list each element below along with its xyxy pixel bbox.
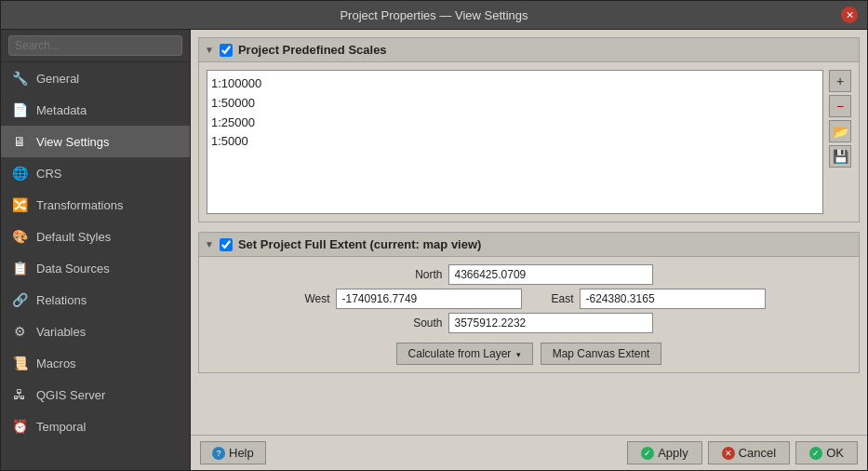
ok-label: OK: [826, 446, 844, 460]
calc-dropdown-arrow: ▾: [516, 350, 521, 359]
sidebar-item-general[interactable]: 🔧 General: [1, 62, 190, 94]
sidebar-icon-data-sources: 📋: [10, 259, 29, 277]
sidebar-label-crs: CRS: [36, 167, 61, 181]
right-panel: ▼ Project Predefined Scales 1:1000001:50…: [191, 30, 867, 470]
sidebar-item-transformations[interactable]: 🔀 Transformations: [1, 189, 190, 221]
sidebar-icon-default-styles: 🎨: [10, 227, 29, 246]
apply-icon: ✓: [641, 447, 654, 460]
sidebar-icon-crs: 🌐: [10, 164, 29, 182]
search-input[interactable]: [8, 35, 182, 56]
sidebar-label-macros: Macros: [36, 357, 76, 370]
extent-collapse-arrow: ▼: [205, 239, 214, 249]
sidebar-label-relations: Relations: [36, 293, 87, 307]
panel-content: ▼ Project Predefined Scales 1:1000001:50…: [191, 30, 867, 435]
sidebar-item-temporal[interactable]: ⏰ Temporal: [1, 410, 190, 442]
sidebar-label-default-styles: Default Styles: [36, 230, 111, 244]
sidebar-label-data-sources: Data Sources: [36, 262, 110, 276]
close-button[interactable]: ✕: [841, 7, 858, 23]
ok-button[interactable]: ✓ OK: [795, 441, 858, 464]
extent-action-buttons: Calculate from Layer ▾ Map Canvas Extent: [396, 343, 662, 365]
east-input[interactable]: [580, 289, 766, 309]
dialog-window: Project Properties — View Settings ✕ 🔧 G…: [0, 0, 868, 471]
south-input[interactable]: [448, 313, 653, 333]
cancel-icon: ✕: [722, 447, 735, 460]
sidebar-label-metadata: Metadata: [36, 103, 87, 117]
predefined-scales-section: ▼ Project Predefined Scales 1:1000001:50…: [198, 37, 860, 222]
sidebar-icon-transformations: 🔀: [10, 195, 29, 214]
scale-item: 1:5000: [211, 132, 819, 152]
scale-item: 1:25000: [211, 114, 819, 133]
full-extent-section: ▼ Set Project Full Extent (current: map …: [198, 232, 860, 373]
sidebar-item-metadata[interactable]: 📄 Metadata: [1, 94, 190, 126]
footer: ? Help ✓ Apply ✕ Cancel ✓ OK: [191, 435, 867, 470]
cancel-button[interactable]: ✕ Cancel: [708, 441, 790, 464]
north-input[interactable]: [448, 264, 653, 285]
sidebar-item-qgis-server[interactable]: 🖧 QGIS Server: [1, 379, 190, 410]
cancel-label: Cancel: [739, 446, 776, 460]
sidebar: 🔧 General 📄 Metadata 🖥 View Settings 🌐 C…: [1, 30, 191, 470]
sidebar-item-macros[interactable]: 📜 Macros: [1, 347, 190, 379]
ok-icon: ✓: [809, 447, 822, 460]
footer-right-buttons: ✓ Apply ✕ Cancel ✓ OK: [627, 441, 858, 464]
scales-collapse-arrow: ▼: [205, 45, 214, 55]
scales-list: 1:1000001:500001:250001:5000: [207, 70, 823, 214]
sidebar-icon-relations: 🔗: [10, 290, 29, 309]
sidebar-label-transformations: Transformations: [36, 198, 123, 212]
west-east-row: West East: [207, 289, 851, 309]
scales-buttons: + − 📂 💾: [829, 70, 851, 214]
south-label: South: [406, 316, 443, 330]
help-label: Help: [229, 446, 254, 460]
dialog-title: Project Properties — View Settings: [27, 8, 841, 22]
sidebar-icon-general: 🔧: [10, 69, 29, 87]
north-row: North: [207, 264, 851, 285]
remove-scale-button[interactable]: −: [829, 95, 851, 117]
sidebar-item-view-settings[interactable]: 🖥 View Settings: [1, 126, 190, 157]
add-scale-button[interactable]: +: [829, 70, 851, 92]
sidebar-item-relations[interactable]: 🔗 Relations: [1, 284, 190, 316]
apply-button[interactable]: ✓ Apply: [627, 441, 702, 464]
full-extent-header[interactable]: ▼ Set Project Full Extent (current: map …: [198, 232, 860, 257]
sidebar-label-variables: Variables: [36, 325, 86, 339]
sidebar-icon-temporal: ⏰: [10, 417, 29, 436]
sidebar-label-temporal: Temporal: [36, 420, 86, 434]
apply-label: Apply: [658, 446, 688, 460]
help-button[interactable]: ? Help: [200, 441, 266, 464]
sidebar-item-data-sources[interactable]: 📋 Data Sources: [1, 252, 190, 284]
full-extent-title: Set Project Full Extent (current: map vi…: [238, 237, 482, 251]
sidebar-icon-variables: ⚙: [10, 322, 29, 341]
sidebar-label-qgis-server: QGIS Server: [36, 388, 105, 402]
extent-checkbox[interactable]: [220, 238, 233, 251]
sidebar-label-view-settings: View Settings: [36, 135, 110, 149]
predefined-scales-title: Project Predefined Scales: [238, 43, 387, 57]
sidebar-item-crs[interactable]: 🌐 CRS: [1, 157, 190, 189]
sidebar-item-variables[interactable]: ⚙ Variables: [1, 316, 190, 347]
folder-scale-button[interactable]: 📂: [829, 120, 851, 142]
scales-checkbox[interactable]: [220, 44, 233, 57]
extent-grid: North West East: [207, 264, 851, 365]
sidebar-label-general: General: [36, 72, 79, 86]
west-label: West: [293, 292, 330, 305]
search-box: [1, 30, 190, 62]
calculate-from-layer-button[interactable]: Calculate from Layer ▾: [396, 343, 533, 365]
sidebar-icon-qgis-server: 🖧: [10, 385, 29, 404]
sidebar-item-default-styles[interactable]: 🎨 Default Styles: [1, 221, 190, 252]
save-scale-button[interactable]: 💾: [829, 145, 851, 168]
south-row: South: [207, 313, 851, 333]
main-content: 🔧 General 📄 Metadata 🖥 View Settings 🌐 C…: [1, 30, 867, 470]
east-label: East: [527, 292, 574, 305]
scale-item: 1:50000: [211, 94, 819, 114]
sidebar-items-container: 🔧 General 📄 Metadata 🖥 View Settings 🌐 C…: [1, 62, 190, 442]
help-icon: ?: [212, 447, 225, 460]
map-canvas-extent-button[interactable]: Map Canvas Extent: [541, 343, 662, 365]
scales-container: 1:1000001:500001:250001:5000 + − 📂 💾: [207, 70, 851, 214]
sidebar-icon-macros: 📜: [10, 354, 29, 372]
predefined-scales-body: 1:1000001:500001:250001:5000 + − 📂 💾: [198, 62, 860, 222]
title-bar: Project Properties — View Settings ✕: [1, 1, 867, 30]
sidebar-icon-view-settings: 🖥: [10, 132, 29, 151]
sidebar-icon-metadata: 📄: [10, 101, 29, 119]
calc-layer-label: Calculate from Layer: [408, 347, 512, 360]
scale-item: 1:100000: [211, 74, 819, 94]
map-canvas-label: Map Canvas Extent: [553, 347, 650, 360]
west-input[interactable]: [336, 289, 522, 309]
predefined-scales-header[interactable]: ▼ Project Predefined Scales: [198, 37, 860, 62]
